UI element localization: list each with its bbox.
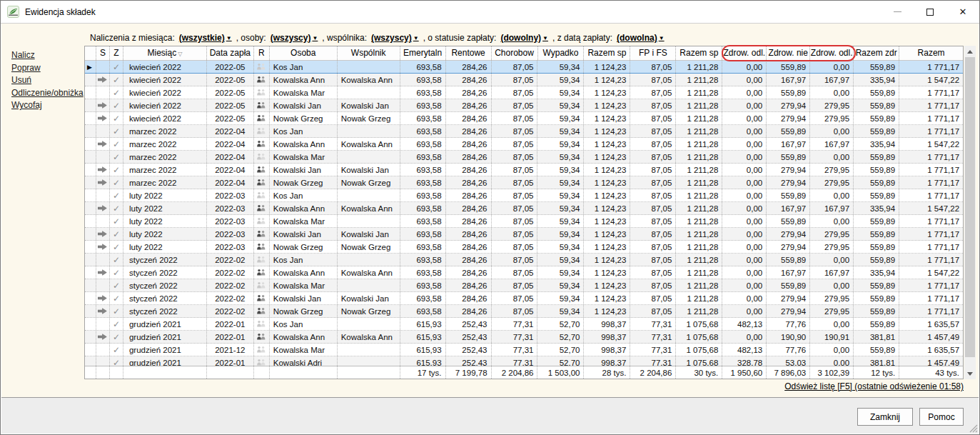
month-cell: marzec 2022 [123,164,207,176]
column-header-wsp-lnik[interactable]: Wspólnik [338,46,400,60]
column-header-razem[interactable]: Razem [899,46,963,60]
partner-cell: Kowalski Jan [338,99,400,111]
partner-flag-cell [254,356,270,366]
amount-cell: 87,05 [630,305,676,317]
table-row[interactable]: ✓marzec 20222022-04Kowalska AnnKowalska … [85,138,963,151]
dropdown-caret-icon[interactable]: ▼ [659,35,665,41]
amount-cell: 1 547,22 [899,74,963,86]
column-header-fp-i-fs[interactable]: FP i FS [630,46,676,60]
help-button[interactable]: Pomoc [919,408,964,426]
table-row[interactable]: ✓grudzień 20212022-01Kowalska AnnKowalsk… [85,331,963,344]
table-row[interactable]: ✓grudzień 20212022-01Kos Jan615,93252,43… [85,318,963,331]
minimize-button[interactable] [881,1,914,23]
dropdown-caret-icon[interactable]: ▼ [226,35,232,41]
table-row[interactable]: ✓marzec 20222022-04Kowalski JanKowalski … [85,164,963,176]
dropdown-caret-icon[interactable]: ▼ [413,35,419,41]
amount-cell: 1 124,23 [584,292,630,304]
table-row[interactable]: ✓luty 20222022-03Kowalska Mar693,58284,2… [85,215,963,228]
person-cell: Kowalska Ann [270,202,338,214]
column-header-zdrow-odl-[interactable]: Zdrow. odl. [722,46,767,60]
column-header-osoba[interactable]: Osoba [270,46,338,60]
filter-dropdown-1[interactable]: (wszyscy) [271,33,311,43]
partner-flag-cell [254,318,270,330]
sidebar-action-odliczenie-obni-ka[interactable]: Odliczenie/obniżka [11,87,84,100]
dropdown-caret-icon[interactable]: ▼ [312,35,318,41]
table-row[interactable]: ✓luty 20222022-03Kos Jan693,58284,2687,0… [85,189,963,202]
column-header-rentowe[interactable]: Rentowe [446,46,492,60]
column-header-s[interactable]: S [96,46,110,60]
scroll-up-button[interactable] [964,46,976,57]
column-header-chorobow[interactable]: Chorobow [492,46,538,60]
paid-check-cell: ✓ [110,176,123,189]
column-header-wypadko[interactable]: Wypadko [538,46,585,60]
amount-cell: 284,26 [446,138,492,150]
summary-total-cell: 1 503,00 [537,366,584,379]
column-header-r[interactable]: R [254,46,270,60]
table-row[interactable]: ✓grudzień 20212021-12Kowalska Mar615,932… [85,344,963,356]
sidebar-action-usu-[interactable]: Usuń [11,74,84,87]
table-row[interactable]: ✓styczeń 20222022-02Nowak GrzegNowak Grz… [85,305,963,318]
payment-date-cell: 2022-02 [207,279,254,291]
column-header-emerytaln[interactable]: Emerytaln [400,46,446,60]
check-icon: ✓ [113,178,120,188]
amount-cell: 284,26 [446,189,492,201]
table-row[interactable]: ✓luty 20222022-03Nowak GrzegNowak Grzeg6… [85,241,963,254]
refresh-list-link[interactable]: Odśwież listę [F5] (ostatnie odświeżenie… [784,381,964,391]
column-header-selector[interactable] [85,46,96,60]
summary-total-cell: 28 tys. [584,366,630,379]
table-row[interactable]: ✓luty 20222022-03Kowalski JanKowalski Ja… [85,228,963,241]
close-button[interactable]: ✕ [946,1,979,23]
table-row[interactable]: ✓styczeń 20222022-02Kowalska AnnKowalska… [85,266,963,279]
partner-flag-cell [254,151,270,163]
partner-persons-icon [256,127,266,134]
table-row[interactable]: ✓marzec 20222022-04Nowak GrzegNowak Grze… [85,176,963,189]
month-cell: luty 2022 [123,189,207,201]
amount-cell: 252,43 [446,318,492,330]
resize-grip-icon[interactable] [969,424,978,433]
column-header-miesi-c[interactable]: Miesiąc▽ [123,46,207,60]
partner-cell: Nowak Grzeg [338,176,400,189]
table-row[interactable]: ✓styczeń 20222022-02Kos Jan693,58284,268… [85,254,963,266]
column-header-zdrow-odl-[interactable]: Zdrow. odl. [810,46,854,60]
maximize-button[interactable] [914,1,946,23]
table-row[interactable]: ✓marzec 20222022-04Kos Jan693,58284,2687… [85,125,963,138]
table-row[interactable]: ✓kwiecień 20222022-05Nowak GrzegNowak Gr… [85,112,963,125]
column-header-razem-sp[interactable]: Razem sp [584,46,630,60]
payment-date-cell: 2022-04 [207,164,254,176]
table-row[interactable]: ✓styczeń 20222022-02Kowalska Mar693,5828… [85,279,963,292]
amount-cell: 87,05 [630,112,676,124]
scrollbar-thumb[interactable] [965,57,975,357]
filter-dropdown-2[interactable]: (wszyscy) [371,33,412,43]
amount-cell: 693,58 [400,292,446,304]
vertical-scrollbar[interactable] [964,46,976,379]
table-row[interactable]: ▶✓kwiecień 20222022-05Kos Jan693,58284,2… [85,61,963,74]
table-row[interactable]: ✓kwiecień 20222022-05Kowalska AnnKowalsk… [85,74,963,86]
close-dialog-button[interactable]: Zamknij [857,408,913,426]
filter-dropdown-0[interactable]: (wszystkie) [179,33,225,43]
column-header-razem-sp[interactable]: Razem sp [676,46,722,60]
filter-dropdown-3[interactable]: (dowolny) [500,33,541,43]
table-row[interactable]: ✓styczeń 20222022-02Kowalski JanKowalski… [85,292,963,305]
partner-cell: Nowak Grzeg [338,305,400,317]
sidebar-action-nalicz[interactable]: Nalicz [11,49,84,62]
maximize-icon [926,9,934,16]
paid-check-cell: ✓ [110,241,123,253]
scroll-down-button[interactable] [964,368,976,379]
sidebar-action-wycofaj[interactable]: Wycofaj [11,99,84,112]
column-header-zdrow-nie[interactable]: Zdrow. nie [767,46,810,60]
table-row[interactable]: ✓kwiecień 20222022-05Kowalska Mar693,582… [85,86,963,99]
person-cell: Kowalska Ann [270,74,338,86]
table-row[interactable]: ✓luty 20222022-03Kowalska AnnKowalska An… [85,202,963,215]
column-header-z[interactable]: Z [110,46,123,60]
column-header-razem-zdr[interactable]: Razem zdr [854,46,899,60]
table-row[interactable]: ✓grudzień 20212022-01Kowalski Adri615,93… [85,356,963,366]
table-row[interactable]: ✓marzec 20222022-04Kowalska Mar693,58284… [85,151,963,164]
column-header-data-zap-a[interactable]: Data zapła [207,46,254,60]
filter-dropdown-4[interactable]: (dowolna) [617,33,657,43]
amount-cell: 87,05 [492,125,538,137]
dropdown-caret-icon[interactable]: ▼ [542,35,548,41]
check-icon: ✓ [113,101,120,111]
table-row[interactable]: ✓kwiecień 20222022-05Kowalski JanKowalsk… [85,99,963,112]
sidebar-action-popraw[interactable]: Popraw [11,62,84,75]
row-selector-cell [85,279,96,291]
